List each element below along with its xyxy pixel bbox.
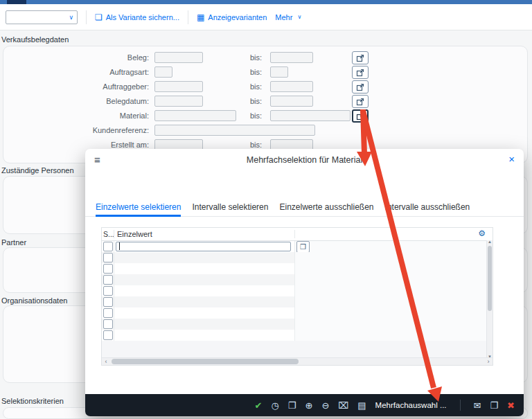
table-row	[102, 330, 493, 341]
row-select-checkbox[interactable]	[103, 264, 113, 274]
horizontal-scroll-thumb[interactable]	[112, 359, 299, 364]
row-value-cell[interactable]	[114, 330, 295, 341]
dialog-title: Mehrfachselektion für Material	[85, 155, 524, 165]
auftraggeber-from-input[interactable]	[154, 81, 203, 92]
bis-label: bis:	[241, 141, 262, 149]
horizontal-scroll-track[interactable]	[110, 358, 484, 365]
scroll-left-icon[interactable]: ‹	[102, 358, 110, 365]
row-select-checkbox[interactable]	[103, 319, 113, 329]
row-rest-cell	[295, 319, 493, 330]
row-value-cell	[114, 241, 295, 252]
grid-icon: ▦	[197, 13, 204, 21]
selection-screen-toolbar: ∨ ❏ Als Variante sichern... ▦ Anzeigevar…	[0, 4, 532, 30]
belegdatum-to-input[interactable]	[270, 96, 313, 107]
selection-options-icon[interactable]: ◷	[272, 401, 279, 410]
row-select-checkbox[interactable]	[103, 308, 113, 318]
row-select-checkbox[interactable]	[103, 275, 113, 285]
delete-row-icon[interactable]: ⊖	[321, 401, 329, 410]
belegdatum-multiselect-button[interactable]	[352, 95, 369, 108]
beleg-from-input[interactable]	[154, 52, 203, 63]
row-value-cell[interactable]	[114, 307, 295, 319]
chevron-down-icon: ∨	[69, 14, 73, 21]
more-label: Mehr	[275, 13, 292, 21]
text-cursor	[119, 242, 120, 250]
column-header-einzelwert: Einzelwert	[114, 230, 295, 238]
row-rest-cell	[295, 330, 493, 341]
display-variants-button[interactable]: ▦ Anzeigevarianten	[197, 13, 267, 21]
field-label: Auftragsart:	[0, 68, 149, 76]
worklist-icon[interactable]: ▤	[357, 401, 366, 410]
form-row-material: Material: bis:	[0, 110, 532, 123]
row-select-checkbox[interactable]	[103, 297, 113, 307]
section-title-partner: Partner	[1, 238, 26, 247]
beleg-multiselect-button[interactable]	[352, 51, 369, 64]
auftragsart-multiselect-button[interactable]	[352, 66, 369, 79]
beleg-to-input[interactable]	[270, 52, 313, 63]
comment-icon[interactable]: ✉	[474, 401, 481, 410]
row-select-checkbox[interactable]	[103, 242, 113, 251]
tab-intervalle-ausschliessen[interactable]: Intervalle ausschließen	[385, 197, 470, 216]
row-value-cell[interactable]	[114, 252, 295, 263]
row-status-cell	[102, 319, 114, 330]
row-status-cell	[102, 263, 114, 274]
row-value-cell[interactable]	[114, 263, 295, 274]
form-row-kundenreferenz: Kundenreferenz:	[0, 125, 532, 137]
close-icon[interactable]: ×	[508, 153, 515, 165]
dialog-footer-toolbar: ✔◷❐⊕⊖⌧▤ Mehrfachauswahl ... ✉❐✖	[85, 394, 524, 416]
belegdatum-from-input[interactable]	[154, 96, 203, 107]
material-from-input[interactable]	[154, 110, 236, 121]
gear-icon[interactable]: ⚙	[478, 229, 486, 238]
vertical-scroll-thumb[interactable]	[488, 246, 492, 311]
row-rest-cell: ❐	[295, 241, 493, 252]
vertical-scrollbar[interactable]: ▲ ▼	[486, 240, 493, 358]
row-select-checkbox[interactable]	[103, 330, 113, 340]
section-title-sales: Verkaufsbelegdaten	[1, 35, 69, 44]
einzelwert-input[interactable]	[116, 242, 291, 251]
row-value-cell[interactable]	[114, 274, 295, 285]
row-rest-cell	[295, 252, 493, 263]
auftraggeber-to-input[interactable]	[270, 81, 313, 92]
auftragsart-to-input[interactable]	[270, 66, 288, 78]
dialog-tabbar: Einzelwerte selektieren Intervalle selek…	[85, 197, 524, 217]
variant-combobox[interactable]: ∨	[6, 10, 78, 24]
delete-all-icon[interactable]: ⌧	[338, 401, 348, 410]
row-value-cell[interactable]	[114, 285, 295, 296]
row-value-cell[interactable]	[114, 296, 295, 307]
auftragsart-from-input[interactable]	[154, 66, 172, 78]
row-select-checkbox[interactable]	[103, 286, 113, 296]
row-status-cell	[102, 252, 114, 263]
row-select-checkbox[interactable]	[103, 253, 113, 262]
insert-row-icon[interactable]: ⊕	[305, 401, 313, 410]
paste-clipboard-icon[interactable]: ❐	[288, 401, 296, 410]
mehrfachauswahl-button[interactable]: Mehrfachauswahl ...	[375, 401, 447, 409]
accept-icon[interactable]: ✔	[255, 401, 263, 410]
auftraggeber-multiselect-button[interactable]	[352, 80, 369, 93]
material-multiselect-button[interactable]	[352, 109, 369, 123]
tab-einzelwerte-ausschliessen[interactable]: Einzelwerte ausschließen	[279, 197, 373, 216]
row-rest-cell	[295, 296, 493, 307]
row-value-cell[interactable]	[114, 319, 295, 330]
column-header-status: S...	[102, 230, 114, 238]
kundenreferenz-input[interactable]	[154, 125, 315, 136]
row-status-cell	[102, 330, 114, 341]
scroll-right-icon[interactable]: ›	[484, 358, 493, 365]
horizontal-scrollbar[interactable]: ‹ ›	[102, 357, 493, 365]
form-row-auftragsart: Auftragsart: bis:	[0, 66, 532, 79]
section-title-org: Organisationsdaten	[1, 296, 67, 305]
cancel-icon[interactable]: ✖	[507, 401, 515, 410]
more-menu-button[interactable]: Mehr ∨	[275, 13, 301, 21]
tab-intervalle-selektieren[interactable]: Intervalle selektieren	[192, 197, 268, 216]
table-row	[102, 307, 493, 319]
tab-einzelwerte-selektieren[interactable]: Einzelwerte selektieren	[96, 197, 181, 216]
bis-label: bis:	[241, 112, 262, 120]
scroll-up-icon[interactable]: ▲	[487, 240, 493, 244]
dialog-header: ≡ Mehrfachselektion für Material ×	[85, 149, 524, 172]
footer-divider	[460, 400, 461, 411]
material-to-input[interactable]	[270, 110, 351, 121]
footer-icons-right: ✉❐✖	[474, 401, 515, 410]
save-variant-button[interactable]: ❏ Als Variante sichern...	[95, 13, 179, 21]
single-values-table: S... Einzelwert ⚙ ❐ ▲ ▼	[101, 227, 493, 366]
table-row	[102, 285, 493, 296]
value-help-paste-button[interactable]: ❐	[296, 241, 310, 253]
copy-icon[interactable]: ❐	[490, 401, 498, 410]
